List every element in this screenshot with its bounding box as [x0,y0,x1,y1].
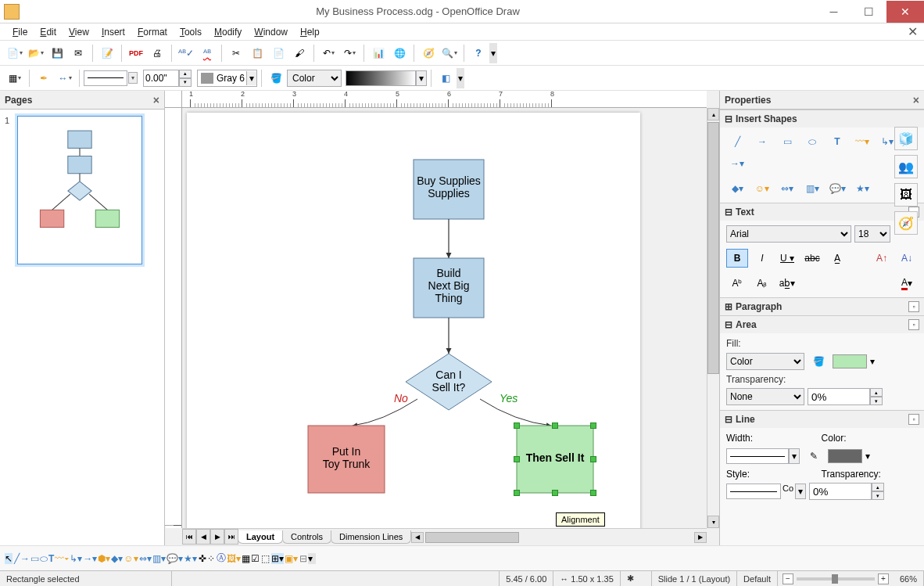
vertical-ruler[interactable]: 1 2 3 4 5 6 7 8 [165,108,182,528]
nav-prev[interactable]: ◀ [196,529,210,545]
bold-button[interactable]: B [726,249,748,268]
pencil-icon[interactable]: ✎ [803,447,825,466]
shape-block-arrow-icon[interactable]: ⇔▾ [776,179,798,198]
collapse-icon[interactable]: ⊟ [725,414,732,425]
line-style-dropdown[interactable]: Co▾ [726,484,806,499]
fill-color-swatch[interactable] [833,354,867,368]
selection-handle[interactable] [552,490,558,496]
collapse-icon[interactable]: ⊟ [725,207,732,218]
menu-window[interactable]: Window [248,25,294,39]
font-color-button[interactable]: A▾ [896,274,918,293]
redo-button[interactable]: ↷▾ [339,43,360,63]
line-color-dropdown[interactable]: Gray 6▾ [197,70,257,87]
extrusion-tool[interactable]: ⬚ [261,553,270,564]
sidebar-tab-properties[interactable]: 🧊 [894,127,918,150]
selection-handle[interactable] [514,456,520,462]
superscript-button[interactable]: Aᵇ [726,274,748,293]
menu-tools[interactable]: Tools [174,25,208,39]
selection-handle[interactable] [552,422,558,429]
line-transparency-spinner[interactable]: ▴▾ [809,483,884,500]
vertical-scrollbar[interactable]: ▴ ▾ [707,108,719,528]
zoom-button[interactable]: 🔍▾ [439,43,460,63]
shadow-button[interactable]: ◧ [435,68,456,88]
maximize-button[interactable]: ☐ [851,1,886,23]
horizontal-ruler[interactable]: 1 2 3 4 5 6 7 8 [182,91,707,108]
connector-tool[interactable]: ↳▾ [70,553,82,564]
line-color-swatch[interactable] [828,449,862,463]
drawing-page[interactable]: Buy Supplies Supplies Build Next Big Thi… [187,113,640,528]
properties-close-icon[interactable]: × [913,94,919,106]
shape-build-next-big-thing[interactable]: Build Next Big Thing [414,258,484,318]
menu-format[interactable]: Format [131,25,174,39]
ellipse-tool[interactable]: ⬭ [40,553,48,564]
auto-spellcheck-button[interactable]: ᴬᴮ [197,43,217,63]
zoom-out-button[interactable]: − [783,573,793,584]
selection-handle[interactable] [590,490,596,496]
shape-decision-sell[interactable]: Can I Sell It? [406,354,492,410]
more-icon[interactable]: ▫ [908,319,919,330]
increase-font-button[interactable]: A↑ [871,249,893,268]
basic-shapes-tool[interactable]: ◆▾ [111,553,123,564]
shape-flowchart-icon[interactable]: ▥▾ [801,179,823,198]
font-name-dropdown[interactable]: Arial [726,225,851,243]
flowchart-tool[interactable]: ▥▾ [152,553,166,564]
shape-symbol-icon[interactable]: ☺▾ [751,179,773,198]
line-style-dropdown[interactable]: ▾ [84,70,138,86]
selection-handle[interactable] [514,490,520,496]
shape-lines-arrows-icon[interactable]: →▾ [726,154,748,173]
star-tool[interactable]: ★▾ [184,553,197,564]
page-thumbnail[interactable]: 1 [6,116,158,264]
paste-button[interactable]: 📄 [268,43,288,63]
help-button[interactable]: ? [468,43,489,63]
fill-type-dropdown[interactable]: Color [726,353,804,370]
export-pdf-button[interactable]: PDF [126,43,146,63]
transparency-spinner[interactable]: ▴▾ [808,388,883,405]
shape-basic-icon[interactable]: ◆▾ [726,179,748,198]
tab-controls[interactable]: Controls [282,530,331,544]
shape-then-sell-it[interactable]: Then Sell It [517,426,593,493]
nav-last[interactable]: ⏭ [224,529,238,545]
collapse-icon[interactable]: ⊟ [725,319,732,330]
pages-panel-close-icon[interactable]: × [153,94,159,106]
shape-buy-supplies[interactable]: Buy Supplies Supplies [414,160,484,219]
shape-arrow-icon[interactable]: → [751,132,773,151]
nav-next[interactable]: ▶ [210,529,224,545]
fill-type-dropdown[interactable]: Color [287,70,342,87]
format-paintbrush-button[interactable]: 🖌 [289,43,310,63]
line-width-input[interactable] [143,70,179,87]
shape-callout-icon[interactable]: 💬▾ [826,179,848,198]
rect-tool[interactable]: ▭ [30,553,39,564]
selection-handle[interactable] [590,422,596,429]
form-controls-tool[interactable]: ☑ [251,553,260,564]
more-icon[interactable]: ▫ [908,301,919,312]
shape-ellipse-icon[interactable]: ⬭ [801,132,823,151]
bucket-icon[interactable]: 🪣 [808,352,829,371]
selection-handle[interactable] [590,456,596,462]
menu-edit[interactable]: Edit [34,25,63,39]
font-size-dropdown[interactable]: 18 [854,225,890,243]
save-button[interactable]: 💾 [47,43,67,63]
shape-rect-icon[interactable]: ▭ [776,132,798,151]
underline-button[interactable]: U ▾ [776,249,798,268]
shape-line-icon[interactable]: ╱ [726,132,748,151]
transparency-type-dropdown[interactable]: None [726,388,804,405]
arrange-button[interactable]: ▦▾ [5,68,25,88]
close-document-icon[interactable]: ✕ [908,24,918,39]
sidebar-tab-styles[interactable]: 👥 [894,155,918,178]
arrow-style-button[interactable]: ↔▾ [55,68,75,88]
fill-gradient-dropdown[interactable]: ▾ [346,70,427,86]
sidebar-tab-navigator[interactable]: 🧭 [894,211,918,235]
collapse-icon[interactable]: ⊟ [725,113,732,124]
close-button[interactable]: ✕ [886,1,924,23]
horizontal-scrollbar[interactable]: ◀▶ [411,529,707,545]
cut-button[interactable]: ✂ [226,43,246,63]
sidebar-tab-gallery[interactable]: 🖼 [894,183,918,207]
copy-button[interactable]: 📋 [247,43,267,63]
decrease-font-button[interactable]: A↓ [896,249,918,268]
text-tool[interactable]: T [48,553,54,564]
glue-points-tool[interactable]: ⁘ [207,553,215,564]
fontwork-tool[interactable]: Ⓐ [217,552,226,565]
edit-points-tool[interactable]: ✜ [199,553,206,564]
edit-file-button[interactable]: 📝 [97,43,117,63]
hyperlink-button[interactable]: 🌐 [389,43,410,63]
